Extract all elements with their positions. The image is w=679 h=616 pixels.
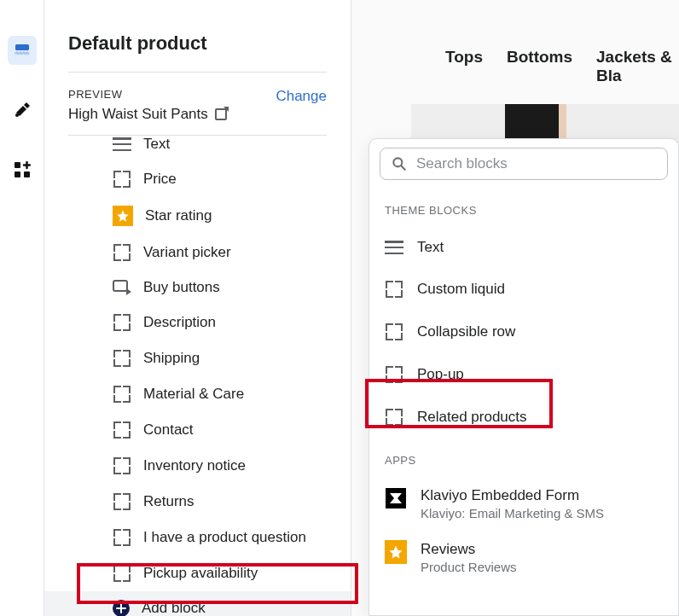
plus-circle-icon <box>113 600 130 616</box>
bracket-icon <box>113 385 131 404</box>
text-icon <box>113 137 131 151</box>
star-icon <box>113 206 133 226</box>
search-icon <box>391 155 408 172</box>
block-material-care[interactable]: Material & Care <box>44 376 351 412</box>
rail-apps[interactable] <box>8 155 37 184</box>
icon-rail <box>0 0 44 616</box>
paintbrush-icon <box>13 101 32 119</box>
page-title: Default product <box>68 32 327 73</box>
block-returns[interactable]: Returns <box>44 484 351 520</box>
bracket-icon <box>113 349 131 368</box>
bracket-icon <box>113 243 131 262</box>
bracket-icon <box>113 528 131 547</box>
change-preview-link[interactable]: Change <box>276 88 327 105</box>
sidebar: Default product PREVIEW High Waist Suit … <box>44 0 351 616</box>
bracket-icon <box>113 564 131 583</box>
picker-collapsible-row[interactable]: Collapsible row <box>369 311 678 353</box>
block-picker-popover: THEME BLOCKS Text Custom liquid Collapsi… <box>369 138 679 616</box>
klaviyo-icon <box>386 488 406 508</box>
picker-custom-liquid[interactable]: Custom liquid <box>369 268 678 311</box>
block-product-question[interactable]: I have a product question <box>44 520 351 555</box>
picker-popup[interactable]: Pop-up <box>369 353 678 396</box>
svg-rect-5 <box>24 171 30 177</box>
star-icon <box>385 540 407 564</box>
rail-sections[interactable] <box>8 36 37 65</box>
nav-link[interactable]: Tops <box>445 48 483 85</box>
bracket-icon <box>385 408 403 427</box>
bracket-icon <box>113 421 131 439</box>
svg-point-2 <box>15 113 19 117</box>
app-klaviyo[interactable]: Klaviyo Embedded Form Klaviyo: Email Mar… <box>369 477 678 531</box>
bracket-icon <box>113 313 131 332</box>
grid-plus-icon <box>14 161 31 178</box>
search-blocks-input[interactable] <box>380 148 668 180</box>
preview-pane: Tops Bottoms Jackets & Bla THEME BLOCKS … <box>351 0 679 616</box>
block-variant-picker[interactable]: Variant picker <box>44 235 351 270</box>
sections-icon <box>14 42 31 59</box>
app-reviews[interactable]: Reviews Product Reviews <box>369 531 678 584</box>
preview-heading: PREVIEW <box>68 88 227 101</box>
picker-related-products[interactable]: Related products <box>369 396 678 439</box>
nav-link[interactable]: Bottoms <box>507 48 572 85</box>
block-buy-buttons[interactable]: Buy buttons <box>44 270 351 305</box>
block-contact[interactable]: Contact <box>44 412 351 448</box>
nav-link[interactable]: Jackets & Bla <box>596 48 679 85</box>
rail-theme[interactable] <box>8 96 37 125</box>
bracket-icon <box>113 492 131 511</box>
block-inventory-notice[interactable]: Inventory notice <box>44 448 351 484</box>
block-text[interactable]: Text <box>44 136 351 161</box>
preview-product: High Waist Suit Pants <box>68 106 227 123</box>
bracket-icon <box>113 170 131 189</box>
bracket-icon <box>385 365 403 384</box>
block-description[interactable]: Description <box>44 305 351 340</box>
block-shipping[interactable]: Shipping <box>44 340 351 376</box>
open-external-icon[interactable] <box>215 108 227 120</box>
svg-rect-1 <box>15 52 29 55</box>
bracket-icon <box>385 280 403 299</box>
picker-text[interactable]: Text <box>369 227 678 268</box>
bracket-icon <box>385 323 403 341</box>
bracket-icon <box>113 456 131 475</box>
block-star-rating[interactable]: Star rating <box>44 197 351 235</box>
svg-rect-0 <box>15 44 29 50</box>
store-nav: Tops Bottoms Jackets & Bla <box>445 48 679 85</box>
block-price[interactable]: Price <box>44 161 351 197</box>
svg-rect-4 <box>15 171 20 177</box>
add-block-button[interactable]: Add block <box>44 591 351 616</box>
apps-header: APPS <box>369 439 678 477</box>
theme-blocks-header: THEME BLOCKS <box>369 189 678 227</box>
buy-icon <box>113 280 131 295</box>
block-pickup-availability[interactable]: Pickup availability <box>44 555 351 591</box>
text-icon <box>385 241 403 254</box>
block-list: Text Price Star rating Variant picker Bu… <box>44 136 351 616</box>
svg-rect-3 <box>15 162 20 168</box>
